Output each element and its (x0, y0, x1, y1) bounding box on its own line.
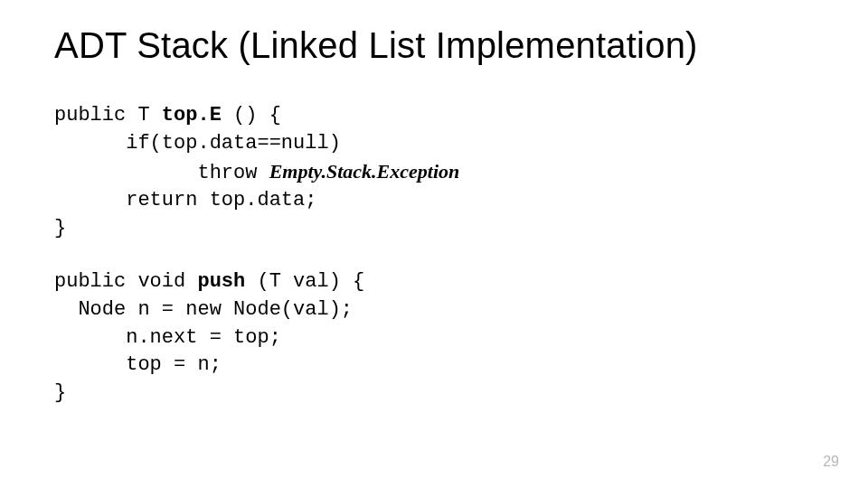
code-line: n.next = top; (54, 326, 281, 349)
exception-name: Empty.Stack.Exception (269, 160, 460, 183)
code-line: if(top.data==null) (54, 132, 341, 155)
code-line: (T val) { (245, 270, 364, 293)
page-title: ADT Stack (Linked List Implementation) (54, 25, 814, 66)
code-block-top: public T top.E () { if(top.data==null) t… (54, 102, 814, 243)
code-line: Node n = new Node(val); (54, 298, 353, 321)
slide: ADT Stack (Linked List Implementation) p… (0, 0, 868, 488)
code-block-push: public void push (T val) { Node n = new … (54, 268, 814, 408)
code-line: () { (222, 104, 281, 127)
code-line: throw (54, 162, 269, 184)
page-number: 29 (823, 454, 839, 470)
method-name-topE: top.E (162, 104, 222, 127)
code-line: } (54, 381, 66, 404)
code-line: return top.data; (54, 189, 316, 211)
code-line: public T (54, 104, 162, 127)
spacer (54, 243, 814, 268)
code-line: top = n; (54, 353, 222, 376)
method-name-push: push (197, 270, 245, 293)
code-line: } (54, 217, 66, 239)
code-line: public void (54, 270, 197, 293)
